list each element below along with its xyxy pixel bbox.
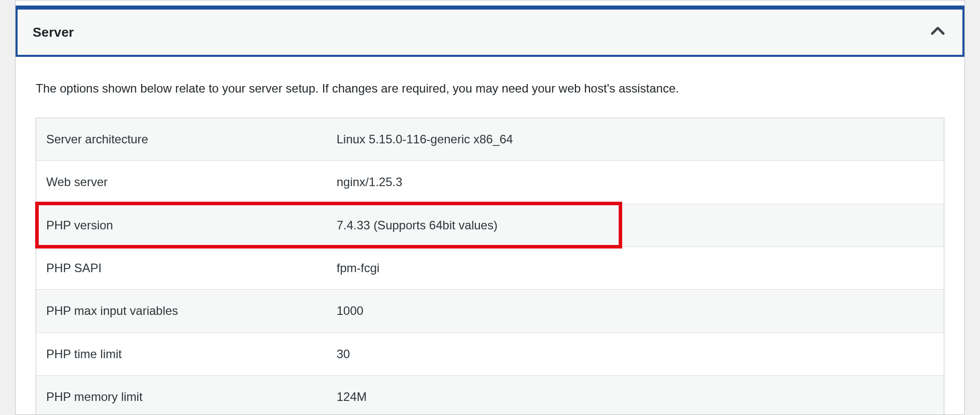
- row-value: 30: [327, 333, 944, 375]
- table-row: PHP time limit 30: [36, 333, 944, 375]
- row-value: nginx/1.25.3: [327, 161, 944, 204]
- row-label: Web server: [36, 161, 327, 204]
- table-row: PHP memory limit 124M: [36, 376, 944, 415]
- site-health-panel: Server The options shown below relate to…: [15, 0, 965, 415]
- server-info-table: Server architecture Linux 5.15.0-116-gen…: [36, 118, 944, 415]
- row-value: fpm-fcgi: [327, 246, 944, 289]
- chevron-up-icon: [928, 22, 947, 43]
- row-value: 124M: [327, 376, 944, 415]
- panel-description: The options shown below relate to your s…: [36, 80, 944, 98]
- row-value: Linux 5.15.0-116-generic x86_64: [327, 118, 944, 160]
- previous-panel-edge: [16, 1, 964, 8]
- row-label: PHP max input variables: [36, 290, 327, 333]
- table-row: PHP SAPI fpm-fcgi: [36, 246, 944, 289]
- server-panel-body: The options shown below relate to your s…: [16, 57, 964, 415]
- table-row: PHP max input variables 1000: [36, 290, 944, 333]
- row-label: PHP version: [36, 204, 327, 246]
- table-row: PHP version 7.4.33 (Supports 64bit value…: [36, 204, 944, 246]
- table-row: Server architecture Linux 5.15.0-116-gen…: [36, 118, 944, 160]
- row-value: 1000: [327, 290, 944, 333]
- row-label: PHP memory limit: [36, 376, 327, 415]
- row-value: 7.4.33 (Supports 64bit values): [327, 204, 944, 246]
- row-label: PHP time limit: [36, 333, 327, 375]
- table-row: Web server nginx/1.25.3: [36, 161, 944, 204]
- panel-title: Server: [33, 25, 74, 40]
- server-panel-header[interactable]: Server: [16, 8, 964, 57]
- row-label: PHP SAPI: [36, 246, 327, 289]
- row-label: Server architecture: [36, 118, 327, 160]
- server-info-table-wrap: Server architecture Linux 5.15.0-116-gen…: [36, 118, 944, 415]
